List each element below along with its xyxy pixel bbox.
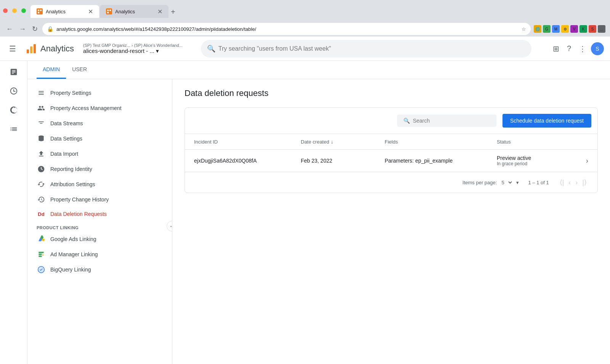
account-name-selector[interactable]: alices-wonderand-resort - ... ▾: [83, 48, 183, 54]
browser-tabs: Analytics ✕ Analytics ✕ +: [30, 3, 607, 18]
sidebar-item-data-streams[interactable]: Data Streams: [27, 116, 172, 131]
table-search-icon: 🔍: [403, 118, 410, 124]
ext-icon-1[interactable]: 🌐: [534, 25, 541, 33]
sidebar-label-ad-manager: Ad Manager Linking: [50, 251, 98, 257]
ext-icon-2[interactable]: G: [543, 25, 551, 33]
svg-rect-3: [38, 12, 39, 13]
ext-icon-4[interactable]: ⚙: [561, 25, 569, 33]
table-search-field[interactable]: 🔍: [397, 115, 496, 127]
star-icon[interactable]: ☆: [522, 26, 526, 32]
table-footer: Items per page: 5 10 25 ▾ 1 – 1 of 1 ⟨| …: [185, 172, 597, 193]
sidebar-item-data-import[interactable]: Data Import: [27, 146, 172, 161]
col-header-date-created[interactable]: Date created ↓: [301, 139, 385, 145]
sidebar-label-google-ads: Google Ads Linking: [50, 236, 96, 242]
svg-rect-1: [38, 10, 39, 11]
last-page-button[interactable]: |⟩: [581, 177, 588, 188]
tab-close-2[interactable]: ✕: [157, 8, 162, 15]
account-info: (SP) Test GMP Organiz... › (SP) Alice's …: [83, 43, 183, 54]
sidebar-item-property-access[interactable]: Property Access Management: [27, 101, 172, 116]
sidebar-label-property-access: Property Access Management: [50, 105, 122, 111]
upload-icon: [37, 150, 46, 158]
svg-rect-9: [30, 46, 32, 53]
chevron-down-icon: ▾: [156, 48, 159, 54]
topbar-actions: ⊞ ? ⋮ S: [550, 41, 604, 56]
identity-icon: [37, 165, 46, 173]
next-page-button[interactable]: ›: [574, 177, 579, 188]
table-search-input[interactable]: [413, 118, 490, 124]
ext-icon-7[interactable]: S: [589, 25, 596, 33]
more-options-button[interactable]: ⋮: [576, 41, 589, 56]
address-bar[interactable]: 🔒 analytics.google.com/analytics/web/#/a…: [42, 23, 531, 35]
back-button[interactable]: ←: [5, 24, 14, 35]
tab-favicon-1: [37, 8, 43, 14]
forward-button[interactable]: →: [18, 24, 27, 35]
minimize-dot[interactable]: [12, 8, 17, 13]
sidebar-item-property-settings[interactable]: Property Settings: [27, 85, 172, 101]
bigquery-icon: [37, 266, 46, 273]
tab-close-1[interactable]: ✕: [88, 8, 93, 15]
ext-icon-3[interactable]: M: [552, 25, 560, 33]
svg-rect-6: [109, 10, 111, 11]
prev-page-button[interactable]: ‹: [567, 177, 572, 188]
nav-lists-button[interactable]: [6, 121, 22, 137]
sidebar-label-bigquery: BigQuery Linking: [50, 267, 91, 273]
ext-icon-5[interactable]: V: [570, 25, 578, 33]
sidebar-label-property-settings: Property Settings: [50, 90, 91, 96]
search-bar-inner[interactable]: 🔍: [201, 40, 531, 57]
ext-icon-6[interactable]: K: [580, 25, 587, 33]
sidebar-item-attribution[interactable]: Attribution Settings: [27, 177, 172, 192]
sidebar-item-reporting-identity[interactable]: Reporting Identity: [27, 161, 172, 177]
search-input[interactable]: [218, 45, 525, 52]
app-logo: Analytics: [25, 43, 74, 55]
page-title: Data deletion requests: [185, 88, 598, 98]
tab-user[interactable]: USER: [66, 61, 93, 79]
cell-incident-id: ejxDugjiSa6A82dX0Q08fA: [194, 158, 301, 164]
data-deletion-table-card: 🔍 Schedule data deletion request Inciden…: [185, 107, 598, 193]
sidebar-item-bigquery[interactable]: BigQuery Linking: [27, 262, 172, 277]
pagination-info: 1 – 1 of 1: [528, 180, 549, 185]
table-row[interactable]: ejxDugjiSa6A82dX0Q08fA Feb 23, 2022 Para…: [185, 150, 597, 172]
sidebar-item-change-history[interactable]: Property Change History: [27, 192, 172, 207]
tab-admin[interactable]: ADMIN: [37, 61, 66, 79]
help-button[interactable]: ?: [564, 41, 574, 56]
svg-point-12: [42, 239, 45, 241]
maximize-dot[interactable]: [21, 8, 26, 13]
browser-tab-1[interactable]: Analytics ✕: [30, 5, 99, 18]
schedule-deletion-button[interactable]: Schedule data deletion request: [502, 114, 591, 128]
nav-home-button[interactable]: [6, 64, 22, 80]
search-icon: 🔍: [207, 45, 215, 53]
status-sub: In grace period: [497, 161, 531, 166]
nav-reports-button[interactable]: [6, 83, 22, 99]
database-icon: [37, 135, 46, 142]
browser-tab-2[interactable]: Analytics ✕: [100, 5, 169, 18]
sort-icon: ↓: [331, 139, 333, 145]
cell-date-created: Feb 23, 2022: [301, 158, 385, 164]
close-dot[interactable]: [3, 8, 8, 13]
left-nav: [0, 61, 27, 364]
svg-rect-2: [40, 10, 42, 11]
menu-button[interactable]: ☰: [6, 41, 19, 56]
row-expand-button[interactable]: ›: [586, 157, 588, 165]
user-avatar[interactable]: S: [591, 42, 604, 55]
first-page-button[interactable]: ⟨|: [558, 177, 566, 188]
new-tab-button[interactable]: +: [169, 6, 177, 18]
sidebar-item-ad-manager[interactable]: Ad Manager Linking: [27, 247, 172, 262]
tab-favicon-2: [106, 8, 112, 14]
grid-icon-button[interactable]: ⊞: [550, 41, 562, 56]
app-topbar: ☰ Analytics (SP) Test GMP Organiz... › (…: [0, 37, 610, 61]
sidebar-label-data-import: Data Import: [50, 151, 78, 157]
sidebar-label-data-deletion: Data Deletion Requests: [50, 211, 107, 217]
items-per-page-select[interactable]: 5 10 25: [500, 179, 513, 186]
address-icons: ☆: [522, 26, 526, 32]
app-title: Analytics: [40, 44, 74, 54]
reload-button[interactable]: ↻: [30, 23, 39, 35]
sidebar-item-google-ads[interactable]: Google Ads Linking: [27, 231, 172, 247]
nav-explore-button[interactable]: [6, 102, 22, 118]
browser-chrome: Analytics ✕ Analytics ✕ +: [0, 0, 610, 21]
search-bar: 🔍: [201, 40, 531, 57]
ext-icon-8[interactable]: …: [598, 25, 605, 33]
admanager-icon: [37, 251, 46, 258]
sidebar-label-reporting-identity: Reporting Identity: [50, 166, 92, 172]
sidebar-item-data-settings[interactable]: Data Settings: [27, 131, 172, 146]
sidebar-item-data-deletion[interactable]: Dd Data Deletion Requests: [27, 207, 172, 221]
